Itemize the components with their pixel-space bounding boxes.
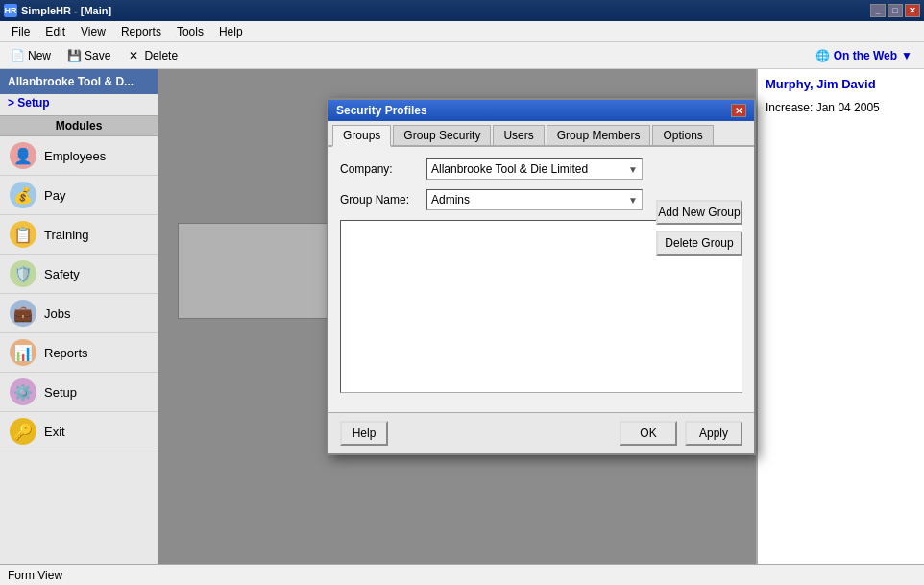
- sidebar-item-pay[interactable]: 💰 Pay: [0, 176, 158, 215]
- group-name-label: Group Name:: [340, 193, 426, 207]
- sidebar-item-label: Setup: [44, 385, 77, 400]
- sidebar-item-setup[interactable]: ⚙️ Setup: [0, 373, 158, 412]
- web-icon: 🌐: [815, 49, 830, 62]
- modules-header: Modules: [0, 115, 158, 136]
- new-icon: 📄: [10, 48, 25, 63]
- status-text: Form View: [8, 569, 62, 582]
- tab-options[interactable]: Options: [652, 125, 713, 145]
- sidebar-item-training[interactable]: 📋 Training: [0, 215, 158, 255]
- setup-link[interactable]: > Setup: [0, 94, 158, 111]
- app-icon: HR: [4, 4, 17, 17]
- save-icon: 💾: [66, 48, 82, 63]
- app-title: SimpleHR - [Main]: [21, 5, 111, 16]
- safety-icon: 🛡️: [10, 260, 36, 287]
- menu-help[interactable]: Help: [211, 23, 251, 40]
- sidebar-item-label: Exit: [44, 425, 65, 439]
- save-button[interactable]: 💾 Save: [61, 46, 116, 65]
- window-controls: _ □ ✕: [870, 4, 920, 17]
- company-select-value: Allanbrooke Tool & Die Limited: [431, 162, 588, 176]
- toolbar: 📄 New 💾 Save ✕ Delete 🌐 On the Web ▼: [0, 42, 924, 69]
- tab-groups[interactable]: Groups: [332, 125, 391, 147]
- apply-button[interactable]: Apply: [685, 421, 742, 446]
- tab-group-security[interactable]: Group Security: [393, 125, 491, 145]
- ok-button[interactable]: OK: [620, 421, 677, 446]
- maximize-btn[interactable]: □: [888, 4, 903, 17]
- sidebar-item-reports[interactable]: 📊 Reports: [0, 333, 158, 373]
- new-button[interactable]: 📄 New: [4, 46, 57, 65]
- delete-button[interactable]: ✕ Delete: [120, 46, 183, 65]
- sidebar-item-label: Employees: [44, 149, 106, 163]
- minimize-btn[interactable]: _: [870, 4, 886, 17]
- jobs-icon: 💼: [10, 300, 36, 327]
- dialog-titlebar: Security Profiles ✕: [328, 100, 754, 121]
- right-panel: Murphy, Jim David Increase: Jan 04 2005: [756, 69, 924, 564]
- chevron-down-icon: ▼: [901, 49, 912, 62]
- title-bar: HR SimpleHR - [Main] _ □ ✕: [0, 0, 924, 21]
- setup-icon: ⚙️: [10, 378, 36, 405]
- sidebar-item-employees[interactable]: 👤 Employees: [0, 136, 158, 176]
- training-icon: 📋: [10, 221, 36, 248]
- security-profiles-dialog: Security Profiles ✕ Groups Group Securit…: [327, 98, 756, 455]
- delete-group-button[interactable]: Delete Group: [656, 231, 742, 256]
- sidebar-item-exit[interactable]: 🔑 Exit: [0, 412, 158, 451]
- sidebar-item-label: Pay: [44, 188, 65, 203]
- sidebar-item-label: Training: [44, 228, 88, 242]
- dialog-body: Company: Allanbrooke Tool & Die Limited …: [328, 147, 754, 412]
- modal-overlay: Security Profiles ✕ Groups Group Securit…: [158, 69, 756, 564]
- employee-name: Murphy, Jim David: [758, 69, 924, 99]
- add-new-group-button[interactable]: Add New Group: [656, 200, 742, 225]
- sidebar: Allanbrooke Tool & D... > Setup Modules …: [0, 69, 158, 564]
- status-bar: Form View: [0, 564, 924, 585]
- sidebar-nav: 👤 Employees 💰 Pay 📋 Training 🛡️ Safety 💼…: [0, 136, 158, 451]
- close-btn[interactable]: ✕: [905, 4, 920, 17]
- dialog-close-button[interactable]: ✕: [731, 104, 746, 117]
- company-select[interactable]: Allanbrooke Tool & Die Limited ▼: [426, 158, 643, 180]
- group-name-select-arrow: ▼: [628, 195, 638, 206]
- sidebar-item-jobs[interactable]: 💼 Jobs: [0, 294, 158, 333]
- company-name: Allanbrooke Tool & D...: [0, 69, 158, 94]
- sidebar-item-label: Reports: [44, 346, 88, 360]
- help-button[interactable]: Help: [340, 421, 388, 446]
- main-area: Allanbrooke Tool & D... > Setup Modules …: [0, 69, 924, 564]
- menu-tools[interactable]: Tools: [169, 23, 211, 40]
- sidebar-item-label: Jobs: [44, 306, 70, 321]
- employees-icon: 👤: [10, 142, 36, 169]
- tab-users[interactable]: Users: [493, 125, 544, 145]
- dialog-title: Security Profiles: [336, 104, 427, 117]
- company-select-arrow: ▼: [628, 164, 638, 175]
- menu-file[interactable]: File: [4, 23, 37, 40]
- menu-bar: File Edit View Reports Tools Help: [0, 21, 924, 42]
- delete-icon: ✕: [126, 48, 141, 63]
- reports-icon: 📊: [10, 339, 36, 366]
- dialog-footer-right: OK Apply: [620, 421, 742, 446]
- dialog-action-buttons: Add New Group Delete Group: [656, 200, 742, 256]
- company-row: Company: Allanbrooke Tool & Die Limited …: [340, 158, 742, 180]
- company-label: Company:: [340, 162, 426, 176]
- on-the-web-button[interactable]: 🌐 On the Web ▼: [808, 47, 920, 64]
- menu-reports[interactable]: Reports: [113, 23, 169, 40]
- tab-group-members[interactable]: Group Members: [547, 125, 651, 145]
- pay-icon: 💰: [10, 182, 36, 208]
- sidebar-item-safety[interactable]: 🛡️ Safety: [0, 255, 158, 294]
- menu-edit[interactable]: Edit: [37, 23, 73, 40]
- employee-info: Increase: Jan 04 2005: [758, 99, 924, 116]
- menu-view[interactable]: View: [73, 23, 113, 40]
- exit-icon: 🔑: [10, 418, 36, 445]
- dialog-footer: Help OK Apply: [328, 412, 754, 453]
- sidebar-item-label: Safety: [44, 267, 80, 281]
- dialog-tabs: Groups Group Security Users Group Member…: [328, 121, 754, 147]
- group-name-select-value: Admins: [431, 193, 470, 207]
- content-area: Security Profiles ✕ Groups Group Securit…: [158, 69, 756, 564]
- group-name-select[interactable]: Admins ▼: [426, 189, 643, 210]
